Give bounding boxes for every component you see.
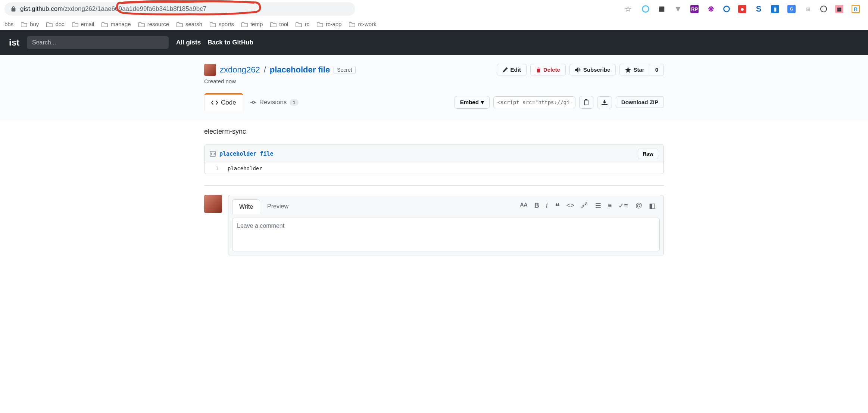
download-icon xyxy=(601,99,608,105)
numbered-list-icon[interactable]: ≡ xyxy=(608,202,612,211)
tab-preview[interactable]: Preview xyxy=(260,199,296,214)
folder-icon xyxy=(138,22,145,27)
star-button-group: Star 0 xyxy=(619,64,664,75)
star-button[interactable]: Star xyxy=(619,64,650,75)
folder-icon xyxy=(102,22,108,27)
clipboard-icon xyxy=(583,99,589,106)
file-box: placeholder file Raw 1 placeholder xyxy=(204,145,664,174)
star-icon xyxy=(625,67,631,73)
embed-script-input[interactable] xyxy=(493,96,575,108)
bookmarks-bar: bbs buy doc email manage resource searsh… xyxy=(0,18,868,30)
ext-icon[interactable]: ⊞ xyxy=(804,5,812,13)
url-path: /zxdong262/1aae609aa1de99fa6b341b8f185a9… xyxy=(63,5,206,13)
tab-revisions[interactable]: Revisions 1 xyxy=(243,93,306,111)
main-area: zxdong262 / placeholder file Secret Crea… xyxy=(0,55,868,120)
slash: / xyxy=(264,65,266,75)
created-text: Created now xyxy=(204,78,356,84)
ext-icon[interactable]: ▼ xyxy=(674,5,682,13)
bookmark-item[interactable]: rc-work xyxy=(349,21,376,27)
gist-description: electerm-sync xyxy=(204,120,664,145)
header-nav: All gists Back to GitHub xyxy=(176,39,253,46)
folder-icon xyxy=(46,22,53,27)
comment-placeholder: Leave a comment xyxy=(237,223,655,229)
line-code: placeholder xyxy=(223,163,267,174)
bookmark-item[interactable]: sports xyxy=(210,21,234,27)
ext-icon[interactable]: S xyxy=(755,5,763,13)
folder-icon xyxy=(21,22,28,27)
avatar[interactable] xyxy=(204,64,216,76)
commit-icon xyxy=(250,100,256,105)
bookmark-item[interactable]: manage xyxy=(102,21,131,27)
bookmark-item[interactable]: doc xyxy=(46,21,64,27)
search-input[interactable] xyxy=(27,36,169,49)
ext-icon[interactable] xyxy=(642,5,649,13)
secret-badge: Secret xyxy=(334,66,355,74)
folder-icon xyxy=(241,22,248,27)
code-icon[interactable]: <> xyxy=(566,202,574,211)
folder-icon xyxy=(296,22,302,27)
folder-icon xyxy=(317,22,324,27)
bullet-list-icon[interactable]: ☰ xyxy=(595,202,601,211)
bookmark-item[interactable]: resource xyxy=(138,21,169,27)
ext-icon[interactable]: ▦ xyxy=(835,5,843,13)
bookmark-item[interactable]: searsh xyxy=(177,21,202,27)
bookmark-item[interactable]: temp xyxy=(241,21,263,27)
ext-icon[interactable]: ❋ xyxy=(707,5,715,13)
folder-icon xyxy=(270,22,277,27)
url-box[interactable]: gist.github.com/zxdong262/1aae609aa1de99… xyxy=(4,2,355,16)
bookmark-item[interactable]: rc-app xyxy=(317,21,342,27)
mention-icon[interactable]: @ xyxy=(636,202,642,211)
comment-textarea[interactable]: Leave a comment xyxy=(232,218,660,251)
revisions-count: 1 xyxy=(290,99,298,106)
bookmark-item[interactable]: tool xyxy=(270,21,288,27)
saved-reply-icon[interactable]: ◧ xyxy=(649,202,655,211)
ext-icon[interactable] xyxy=(723,6,730,12)
bookmark-item[interactable]: email xyxy=(72,21,94,27)
tab-code[interactable]: Code xyxy=(204,93,243,111)
svg-point-0 xyxy=(252,101,255,103)
ext-icon[interactable]: RP xyxy=(690,5,699,13)
ext-icon[interactable]: ⬛ xyxy=(658,5,666,13)
delete-button[interactable]: Delete xyxy=(530,64,566,75)
nav-all-gists[interactable]: All gists xyxy=(176,39,201,46)
subscribe-button[interactable]: Subscribe xyxy=(569,64,616,75)
gist-header: zxdong262 / placeholder file Secret Crea… xyxy=(204,64,664,84)
lock-icon xyxy=(10,6,16,12)
embed-dropdown[interactable]: Embed ▾ xyxy=(455,96,490,109)
bookmark-item[interactable]: rc xyxy=(296,21,309,27)
quote-icon[interactable]: ❝ xyxy=(555,202,560,211)
ext-icon[interactable]: R xyxy=(852,5,860,13)
bookmark-item[interactable]: bbs xyxy=(4,21,13,27)
italic-icon[interactable]: i xyxy=(546,202,548,211)
ext-icon[interactable]: ▮ xyxy=(771,5,779,13)
comment-toolbar: AA B i ❝ <> 🔗︎ ☰ ≡ ✓≡ @ xyxy=(520,202,660,211)
task-list-icon[interactable]: ✓≡ xyxy=(618,202,628,211)
ext-icon[interactable]: G xyxy=(787,5,796,13)
bookmark-star-icon[interactable]: ☆ xyxy=(625,4,631,13)
download-button[interactable] xyxy=(597,96,612,108)
bold-icon[interactable]: B xyxy=(534,202,539,211)
copy-button[interactable] xyxy=(579,96,593,109)
embed-row: Embed ▾ Download ZIP xyxy=(455,96,664,109)
bookmark-item[interactable]: buy xyxy=(21,21,39,27)
raw-button[interactable]: Raw xyxy=(638,149,658,159)
folder-icon xyxy=(349,22,356,27)
gist-logo[interactable]: ist xyxy=(9,37,19,48)
author-link[interactable]: zxdong262 xyxy=(220,65,260,75)
code-file-icon xyxy=(210,151,216,157)
ext-icon[interactable]: ☻ xyxy=(738,5,746,13)
nav-back-to-github[interactable]: Back to GitHub xyxy=(207,39,253,46)
download-zip-button[interactable]: Download ZIP xyxy=(616,96,664,108)
tab-write[interactable]: Write xyxy=(232,199,260,214)
link-icon[interactable]: 🔗︎ xyxy=(581,202,588,211)
edit-button[interactable]: Edit xyxy=(497,64,527,75)
content-body: electerm-sync placeholder file Raw 1 pla… xyxy=(195,120,673,264)
heading-icon[interactable]: AA xyxy=(520,202,527,211)
avatar[interactable] xyxy=(204,195,222,213)
file-name-link[interactable]: placeholder file xyxy=(219,150,274,157)
star-count[interactable]: 0 xyxy=(650,64,664,75)
volume-icon xyxy=(575,67,581,72)
ext-icon[interactable] xyxy=(820,6,827,12)
comment-section: Write Preview AA B i ❝ <> 🔗︎ ☰ xyxy=(204,185,664,255)
gist-name-link[interactable]: placeholder file xyxy=(270,65,330,75)
